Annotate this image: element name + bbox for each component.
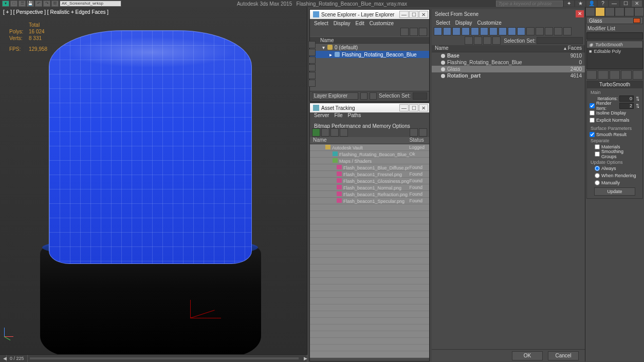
minimize-icon[interactable]: — <box>399 104 409 111</box>
timeline-next-icon[interactable]: ▶ <box>301 355 307 362</box>
help-search-input[interactable] <box>496 1 563 7</box>
display-icon[interactable] <box>526 27 535 35</box>
comm-center-icon[interactable]: ✦ <box>564 1 574 7</box>
sfs-row[interactable]: Base9010 <box>432 52 585 59</box>
find-icon[interactable] <box>465 36 473 45</box>
cancel-button[interactable]: Cancel <box>548 351 579 360</box>
menu-paths[interactable]: Paths <box>348 112 361 118</box>
menu-edit[interactable]: Edit <box>356 21 364 26</box>
menu-customize[interactable]: Customize <box>370 21 394 26</box>
explorer-dropdown[interactable]: Layer Explorer <box>312 92 358 100</box>
tool-icon[interactable] <box>321 128 329 137</box>
asset-row[interactable]: Flash_beacon1_Refraction.pngFound <box>310 191 429 198</box>
minimize-button[interactable]: — <box>609 1 619 7</box>
filter-icon[interactable] <box>400 28 409 36</box>
modifier-list-dropdown[interactable] <box>586 32 643 40</box>
menu-display[interactable]: Display <box>334 21 351 26</box>
asset-row[interactable]: Flash_beacon1_Fresnel.pngFound <box>310 171 429 178</box>
motion-tab-icon[interactable] <box>615 7 624 16</box>
scene-explorer-title-bar[interactable]: Scene Explorer - Layer Explorer — ☐ ✕ <box>310 10 429 19</box>
save-icon[interactable]: 💾 <box>27 1 34 7</box>
display-icon-3[interactable] <box>545 27 553 35</box>
menu-server[interactable]: Server <box>314 112 329 118</box>
sfs-row[interactable]: Glass2400 <box>432 66 585 72</box>
filter-geom-icon[interactable] <box>434 27 442 35</box>
filter-bone-icon[interactable] <box>489 27 498 35</box>
maximize-icon[interactable]: ☐ <box>409 11 418 18</box>
options-icon[interactable] <box>419 128 427 137</box>
ok-button[interactable]: OK <box>512 351 543 360</box>
modifier-turbosmooth[interactable]: ◉TurboSmooth <box>587 41 642 48</box>
filter-frozen-icon[interactable] <box>508 27 516 35</box>
render-iters-checkbox[interactable] <box>590 103 595 108</box>
maximize-icon[interactable]: ☐ <box>409 104 418 111</box>
app-menu-icon[interactable]: ▾ <box>2 1 9 7</box>
display-tab-icon[interactable] <box>624 7 634 16</box>
update-manually-radio[interactable] <box>595 180 600 185</box>
filter-container-icon[interactable] <box>499 27 507 35</box>
display-all-icon[interactable] <box>308 41 316 48</box>
menu-customize[interactable]: Customize <box>477 20 502 26</box>
menu-select[interactable]: Select <box>436 20 450 26</box>
filter-camera-icon[interactable] <box>462 27 470 35</box>
time-slider[interactable] <box>30 357 299 359</box>
beacon-model[interactable] <box>31 25 272 344</box>
iterations-spinner[interactable]: 0 <box>619 96 634 102</box>
hierarchy-tab-icon[interactable] <box>605 7 615 16</box>
viewport-label[interactable]: [ + ] [ Perspective ] [ Realistic + Edge… <box>3 9 108 15</box>
display-helpers-icon[interactable] <box>308 80 316 87</box>
object-color-swatch[interactable] <box>633 18 640 23</box>
tree-row-object[interactable]: ▸ Flashing_Rotating_Beacon_Blue <box>310 51 429 58</box>
layer-icon-btn[interactable] <box>360 92 367 100</box>
new-icon[interactable]: □ <box>10 1 17 7</box>
utilities-tab-icon[interactable] <box>634 7 644 16</box>
filter-helper-icon[interactable] <box>471 27 479 35</box>
filter-shape-icon[interactable] <box>443 27 451 35</box>
scene-explorer-column-header[interactable]: Name <box>310 36 429 44</box>
close-icon[interactable]: ✕ <box>419 104 428 111</box>
help-icon[interactable] <box>410 128 418 137</box>
rollout-header[interactable]: TurboSmooth <box>587 81 642 88</box>
workspace-dropdown[interactable]: AK_Screenshot_wrksp <box>60 1 121 7</box>
display-geom-icon[interactable] <box>308 49 316 56</box>
display-lights-icon[interactable] <box>308 64 316 71</box>
object-name-field[interactable]: Glass <box>586 17 643 24</box>
menu-display[interactable]: Display <box>455 20 472 26</box>
view-icon[interactable] <box>410 28 418 36</box>
timeline-prev-icon[interactable]: ◀ <box>0 355 7 362</box>
transform-gizmo[interactable] <box>190 300 226 326</box>
display-shapes-icon[interactable] <box>308 56 316 64</box>
explicit-normals-checkbox[interactable] <box>590 118 595 123</box>
refresh-icon[interactable] <box>312 128 320 137</box>
create-tab-icon[interactable] <box>585 7 595 16</box>
sfs-table-header[interactable]: Name ▴Faces <box>432 45 585 52</box>
view-icon[interactable] <box>474 36 482 45</box>
render-iters-spinner[interactable]: 2 <box>619 103 634 109</box>
sfs-selection-set-dropdown[interactable] <box>537 37 583 44</box>
redo-icon[interactable]: ↷ <box>43 1 50 7</box>
display-icon-5[interactable] <box>563 27 572 35</box>
isoline-checkbox[interactable] <box>590 110 595 116</box>
selection-set-dropdown[interactable] <box>413 92 427 100</box>
asset-row[interactable]: Flashing_Rotating_Beacon_Blue_max_vray.m… <box>310 151 429 158</box>
maximize-button[interactable]: ☐ <box>620 1 631 7</box>
display-icon-2[interactable] <box>536 27 544 35</box>
open-icon[interactable]: ☰ <box>19 1 26 7</box>
pin-stack-icon[interactable] <box>586 70 597 80</box>
tools-icon[interactable] <box>419 28 427 36</box>
viewport[interactable]: [ + ] [ Perspective ] [ Realistic + Edge… <box>0 7 307 354</box>
asset-tracking-title-bar[interactable]: Asset Tracking — ☐ ✕ <box>310 103 429 112</box>
filter-other-icon[interactable] <box>517 27 525 35</box>
minimize-icon[interactable]: — <box>399 11 409 18</box>
configure-icon[interactable] <box>633 70 643 80</box>
remove-mod-icon[interactable] <box>621 70 631 80</box>
show-result-icon[interactable] <box>598 70 608 80</box>
update-button[interactable]: Update <box>594 187 635 196</box>
sfs-row[interactable]: Flashing_Rotating_Beacon_Blue0 <box>432 59 585 66</box>
make-unique-icon[interactable] <box>610 70 620 80</box>
display-cameras-icon[interactable] <box>308 72 316 79</box>
modify-tab-icon[interactable] <box>595 7 605 16</box>
asset-row[interactable]: Flash_beacon1_Normal.pngFound <box>310 184 429 191</box>
asset-row[interactable]: Maps / Shaders <box>310 158 429 164</box>
filter-space-icon[interactable] <box>480 27 488 35</box>
